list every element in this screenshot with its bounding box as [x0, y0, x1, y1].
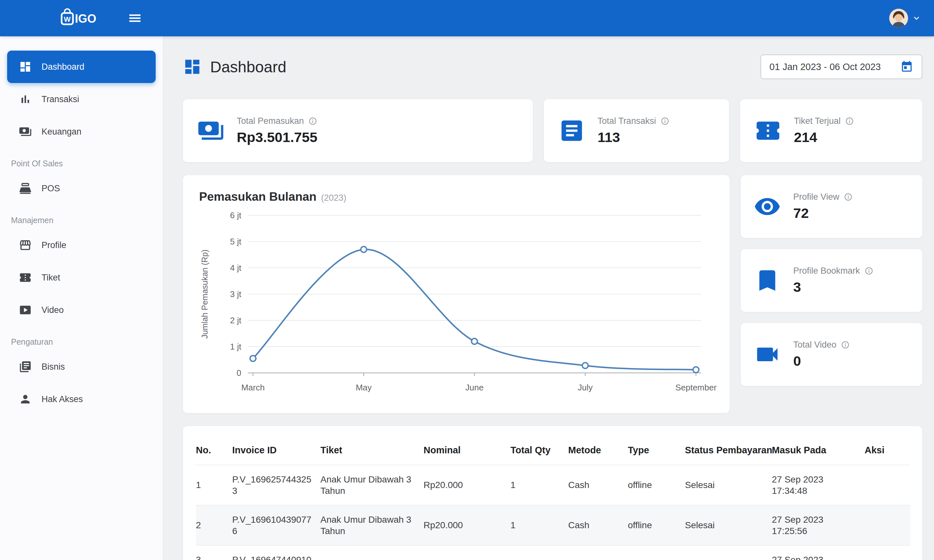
- pos-icon: [19, 182, 32, 195]
- info-icon[interactable]: [844, 192, 852, 202]
- chart-subtitle: (2023): [321, 193, 346, 203]
- date-range-text: 01 Jan 2023 - 06 Oct 2023: [769, 62, 881, 72]
- cell-metode: Cash: [568, 505, 628, 545]
- cell-total-qty: [511, 545, 568, 560]
- person-icon: [19, 393, 32, 406]
- cell-aksi: [865, 505, 910, 545]
- sidebar-item-label: Hak Akses: [42, 394, 83, 405]
- stat-value: 72: [793, 205, 852, 221]
- cell-nominal: [423, 545, 511, 560]
- logo-w-text: W: [64, 15, 71, 23]
- user-menu[interactable]: [889, 9, 922, 28]
- transactions-table: No. Invoice ID Tiket Nominal Total Qty M…: [196, 436, 910, 560]
- sidebar-section-point-of-sales: Point Of Sales: [0, 148, 163, 172]
- svg-text:July: July: [578, 383, 592, 392]
- column-header-total-qty: Total Qty: [511, 436, 568, 465]
- column-header-tiket: Tiket: [320, 436, 423, 465]
- avatar-image: [889, 9, 908, 28]
- sidebar-item-pos[interactable]: POS: [7, 172, 155, 205]
- column-header-status-pembayaran: Status Pembayaran: [685, 436, 772, 465]
- sidebar-item-tiket[interactable]: Tiket: [7, 262, 155, 294]
- column-header-nominal: Nominal: [423, 436, 511, 465]
- payments-icon: [19, 125, 32, 138]
- stat-label: Total Video: [793, 340, 836, 350]
- svg-text:3 jt: 3 jt: [230, 289, 241, 299]
- stat-label: Total Pemasukan: [237, 116, 304, 126]
- stat-value: Rp3.501.755: [237, 129, 317, 145]
- sidebar-item-transaksi[interactable]: Transaksi: [7, 83, 155, 115]
- svg-text:5 jt: 5 jt: [230, 237, 241, 246]
- info-icon[interactable]: [661, 117, 669, 126]
- stat-value: 0: [793, 353, 850, 369]
- sidebar-item-hak-akses[interactable]: Hak Akses: [7, 383, 155, 415]
- ticket-icon: [754, 117, 782, 144]
- receipt-icon: [558, 117, 585, 144]
- info-icon[interactable]: [865, 266, 873, 275]
- date-range-picker[interactable]: 01 Jan 2023 - 06 Oct 2023: [760, 54, 922, 79]
- sidebar-item-label: POS: [42, 183, 60, 194]
- sidebar-item-label: Keuangan: [42, 127, 82, 137]
- stat-value: 214: [794, 129, 854, 145]
- page-title-text: Dashboard: [210, 58, 286, 76]
- sidebar-item-video[interactable]: Video: [7, 294, 155, 326]
- cell-aksi: [865, 465, 910, 505]
- stat-label: Profile Bookmark: [793, 266, 860, 276]
- page-title: Dashboard: [183, 57, 286, 76]
- chevron-down-icon[interactable]: [911, 13, 922, 23]
- sidebar-item-bisnis[interactable]: Bisnis: [7, 351, 155, 383]
- calendar-icon[interactable]: [900, 60, 913, 73]
- cell-status-pembayaran: Selesai: [685, 465, 772, 505]
- bookmark-icon: [754, 267, 781, 294]
- storefront-icon: [19, 238, 32, 252]
- table-row: 2 P.V_1696104390776 Anak Umur Dibawah 3 …: [196, 505, 910, 545]
- cell-total-qty: 1: [511, 505, 568, 545]
- info-icon[interactable]: [308, 117, 317, 126]
- info-icon[interactable]: [845, 117, 854, 126]
- cell-invoice-id: P.V_1696257443253: [232, 465, 320, 505]
- column-header-invoice-id: Invoice ID: [232, 436, 320, 465]
- sidebar-item-label: Bisnis: [42, 362, 65, 372]
- sidebar-section-pengaturan: Pengaturan: [0, 326, 163, 351]
- svg-text:March: March: [241, 383, 265, 392]
- cell-aksi: [865, 545, 910, 560]
- svg-text:September: September: [675, 383, 717, 392]
- column-header-masuk-pada: Masuk Pada: [772, 436, 865, 465]
- cell-no: 1: [196, 465, 232, 505]
- stat-card-total-pemasukan: Total Pemasukan Rp3.501.755: [183, 99, 533, 162]
- main-content: Dashboard 01 Jan 2023 - 06 Oct 2023 Tota…: [163, 36, 934, 560]
- table-row: 3 P.V_169647440910 27 Sep 2023: [196, 545, 910, 560]
- svg-text:2 jt: 2 jt: [230, 315, 241, 325]
- sidebar-toggle-button[interactable]: [125, 8, 145, 28]
- sidebar-item-label: Profile: [42, 240, 66, 250]
- cell-no: 2: [196, 505, 232, 545]
- cell-tiket: Anak Umur Dibawah 3 Tahun: [320, 465, 423, 505]
- logo-rest-text: IGO: [75, 12, 96, 25]
- svg-text:1 jt: 1 jt: [230, 342, 241, 351]
- sidebar-item-profile[interactable]: Profile: [7, 229, 155, 262]
- svg-text:4 jt: 4 jt: [230, 263, 241, 273]
- stat-value: 113: [598, 129, 669, 145]
- cell-nominal: Rp20.000: [423, 465, 511, 505]
- chart-title: Pemasukan Bulanan: [199, 190, 317, 204]
- hamburger-icon: [128, 11, 142, 26]
- cell-metode: Cash: [568, 465, 628, 505]
- stat-card-total-video: Total Video 0: [741, 323, 922, 386]
- stat-label: Tiket Terjual: [794, 116, 841, 126]
- monthly-income-chart-card: Pemasukan Bulanan (2023) 01 jt2 jt3 jt4 …: [183, 175, 730, 413]
- sidebar-item-label: Dashboard: [42, 62, 84, 72]
- info-icon[interactable]: [841, 340, 850, 349]
- ticket-icon: [19, 271, 32, 284]
- dashboard-icon: [183, 57, 202, 76]
- sidebar-item-keuangan[interactable]: Keuangan: [7, 115, 155, 148]
- cell-no: 3: [196, 545, 232, 560]
- stat-card-tiket-terjual: Tiket Terjual 214: [740, 99, 922, 162]
- sidebar-item-dashboard[interactable]: Dashboard: [7, 51, 155, 83]
- wigo-logo: W IGO: [60, 8, 103, 29]
- avatar[interactable]: [889, 9, 908, 28]
- column-header-no: No.: [196, 436, 232, 465]
- cell-tiket: Anak Umur Dibawah 3 Tahun: [320, 505, 423, 545]
- dashboard-icon: [19, 60, 32, 73]
- top-navbar: W IGO: [0, 0, 934, 36]
- videocam-icon: [754, 341, 781, 368]
- library-icon: [19, 360, 32, 373]
